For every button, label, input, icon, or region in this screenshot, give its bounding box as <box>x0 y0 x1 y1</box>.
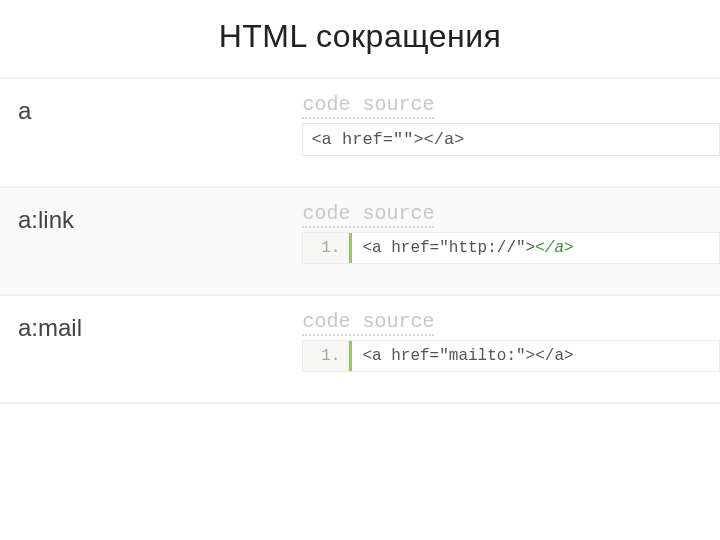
code-box: 1.<a href="mailto:"></a> <box>302 340 720 372</box>
page-title: HTML сокращения <box>0 0 720 77</box>
code-source-tab: code source <box>302 310 434 336</box>
abbr-cell: a <box>0 78 302 187</box>
table-row: acode source<a href=""></a> <box>0 78 720 187</box>
code-box: 1.<a href="http://"></a> <box>302 232 720 264</box>
line-number: 1. <box>303 233 349 263</box>
code-snippet: <a href=""></a> <box>311 130 464 149</box>
code-source-tab: code source <box>302 202 434 228</box>
code-source-tab: code source <box>302 93 434 119</box>
table-row: a:linkcode source1.<a href="http://"></a… <box>0 187 720 295</box>
code-cell: code source<a href=""></a> <box>302 78 720 187</box>
table-row: a:mailcode source1.<a href="mailto:"></a… <box>0 295 720 403</box>
abbr-cell: a:link <box>0 187 302 295</box>
line-number: 1. <box>303 341 349 371</box>
code-snippet: <a href="http://"></a> <box>349 233 719 263</box>
code-box: <a href=""></a> <box>302 123 720 156</box>
code-cell: code source1.<a href="mailto:"></a> <box>302 295 720 403</box>
code-cell: code source1.<a href="http://"></a> <box>302 187 720 295</box>
code-snippet: <a href="mailto:"></a> <box>349 341 719 371</box>
abbr-cell: a:mail <box>0 295 302 403</box>
abbreviations-table: acode source<a href=""></a>a:linkcode so… <box>0 77 720 404</box>
